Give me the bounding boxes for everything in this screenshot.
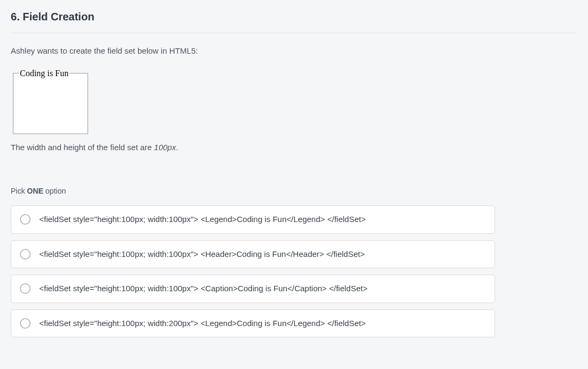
options-list: <fieldSet style="height:100px; width:100… [11,205,495,337]
option-4[interactable]: <fieldSet style="height:100px; width:200… [11,309,495,338]
radio-icon [20,283,31,294]
option-text: <fieldSet style="height:100px; width:100… [39,283,367,295]
question-title: Field Creation [23,11,94,23]
dimension-value: 100px [154,143,176,152]
option-3[interactable]: <fieldSet style="height:100px; width:100… [11,275,495,303]
pick-one-instruction: Pick ONE option [11,186,577,197]
fieldset-demo: Coding is Fun [13,67,88,134]
fieldset-legend: Coding is Fun [19,67,70,80]
option-text: <fieldSet style="height:100px; width:200… [39,318,366,330]
option-text: <fieldSet style="height:100px; width:100… [39,248,365,261]
radio-icon [20,249,31,260]
intro-text: Ashley wants to create the field set bel… [11,45,577,57]
pick-suffix: option [43,187,66,195]
dimension-prefix: The width and height of the field set ar… [11,143,154,152]
option-2[interactable]: <fieldSet style="height:100px; width:100… [11,240,495,269]
radio-icon [20,214,31,225]
pick-bold: ONE [27,187,43,195]
option-text: <fieldSet style="height:100px; width:100… [39,213,366,226]
question-header: 6. Field Creation [11,11,577,33]
question-number: 6 [11,11,17,23]
pick-prefix: Pick [11,187,27,195]
radio-icon [20,318,31,329]
option-1[interactable]: <fieldSet style="height:100px; width:100… [11,205,495,234]
dimension-text: The width and height of the field set ar… [11,142,577,154]
question-body: Ashley wants to create the field set bel… [11,45,577,337]
dimension-suffix: . [176,143,178,152]
